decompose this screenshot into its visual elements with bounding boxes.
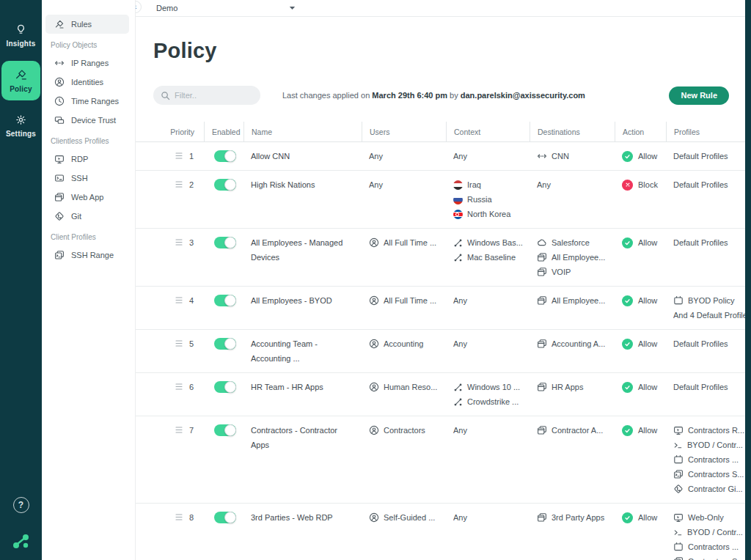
- cell-item-label: Human Reso...: [384, 383, 437, 391]
- table-row[interactable]: 4 All Employees - BYOD All Full Time ...…: [136, 287, 745, 330]
- enabled-toggle[interactable]: [214, 338, 236, 350]
- rule-name: All Employees - Managed Devices: [243, 229, 362, 286]
- sidebar-item-policy[interactable]: Policy: [1, 61, 40, 100]
- enabled-toggle[interactable]: [214, 512, 236, 523]
- nav-item-time-ranges[interactable]: Time Ranges: [45, 92, 129, 111]
- rule-name: Allow CNN: [243, 142, 362, 170]
- action-badge: Allow: [622, 293, 662, 308]
- cell-item-label: Any: [537, 180, 551, 189]
- cell-item-label: North Korea: [467, 210, 510, 218]
- filter-box: [153, 86, 260, 105]
- nav-item-label: RDP: [71, 155, 88, 163]
- cell-item-label: All Employee...: [552, 253, 605, 262]
- rule-name: Accounting Team - Accounting ...: [243, 330, 362, 372]
- ssh-icon: [54, 173, 65, 183]
- enabled-toggle[interactable]: [214, 424, 236, 436]
- table-row[interactable]: 2 High Risk Nations Any IraqRussiaNorth …: [136, 171, 745, 229]
- table-row[interactable]: 8 3rd Parties - Web RDP Self-Guided ... …: [136, 504, 745, 560]
- nav-item-ssh-range[interactable]: SSH Range: [45, 246, 129, 265]
- identities-icon: [369, 295, 379, 306]
- cell-item-label: Windows Bas...: [467, 238, 523, 247]
- drag-handle-icon[interactable]: [175, 237, 183, 246]
- new-rule-button[interactable]: New Rule: [669, 86, 729, 105]
- filter-input[interactable]: [175, 91, 253, 100]
- cell-item: Contractors: [369, 423, 442, 438]
- drag-handle-icon[interactable]: [175, 338, 183, 347]
- priority-number: 2: [189, 179, 194, 191]
- cell-item-label: 3rd Party Apps: [552, 513, 604, 522]
- action-label: Allow: [638, 238, 657, 247]
- cell-item: Any: [369, 149, 442, 163]
- rule-name: Contractors - Contractor Apps: [243, 416, 362, 503]
- enabled-toggle[interactable]: [214, 150, 236, 162]
- identities-icon: [369, 382, 379, 392]
- nav-section-label: Clientless Profiles: [42, 130, 135, 150]
- cell-item: Any: [453, 293, 525, 308]
- cell-item-label: Contractors S...: [688, 470, 744, 479]
- table-row[interactable]: 3 All Employees - Managed Devices All Fu…: [136, 229, 745, 287]
- chevron-down-icon[interactable]: [289, 6, 296, 10]
- ssh-range-icon: [673, 556, 684, 560]
- sidebar-item-settings[interactable]: Settings: [1, 106, 40, 145]
- drag-handle-icon[interactable]: [175, 179, 183, 188]
- enabled-toggle[interactable]: [214, 179, 236, 191]
- cell-item-label: Any: [369, 152, 383, 161]
- cell-item-label: Accounting: [384, 339, 423, 348]
- environment-name[interactable]: Demo: [156, 4, 177, 12]
- rule-name: HR Team - HR Apps: [243, 373, 362, 416]
- action-badge: Allow: [622, 423, 662, 438]
- cell-item-label: Contractors ...: [688, 542, 739, 551]
- policy-profile-icon: [673, 454, 684, 465]
- table-row[interactable]: 6 HR Team - HR Apps Human Reso... Window…: [136, 373, 745, 416]
- action-badge: Allow: [622, 235, 662, 250]
- cloud-icon: [537, 237, 547, 248]
- nav-item-device-trust[interactable]: Device Trust: [45, 111, 129, 130]
- enabled-toggle[interactable]: [214, 295, 236, 306]
- git-icon: [54, 211, 65, 221]
- action-label: Block: [638, 180, 658, 189]
- cell-item-label: All Employee...: [552, 296, 605, 305]
- help-icon[interactable]: ?: [13, 497, 29, 513]
- ip-ranges-icon: [537, 151, 547, 161]
- web-app-icon: [54, 192, 65, 202]
- cell-item: Russia: [453, 192, 525, 207]
- table-row[interactable]: 1 Allow CNN Any Any CNN Allow Default Pr…: [136, 142, 745, 171]
- nav-item-git[interactable]: Git: [45, 207, 129, 226]
- sidebar-item-insights[interactable]: Insights: [1, 16, 40, 55]
- drag-handle-icon[interactable]: [175, 381, 183, 390]
- nav-item-ip-ranges[interactable]: IP Ranges: [45, 54, 129, 73]
- column-header-context: Context: [446, 122, 530, 141]
- nav-item-rules[interactable]: Rules: [45, 15, 129, 34]
- cell-item: Accounting: [369, 336, 442, 351]
- nav-item-rdp[interactable]: RDP: [45, 150, 129, 169]
- cell-item-label: CNN: [552, 152, 569, 161]
- terminal-icon: [673, 528, 683, 537]
- cell-item-label: Default Profiles: [673, 152, 728, 161]
- rules-icon: [54, 19, 65, 29]
- ssh-range-icon: [54, 250, 65, 260]
- policy-profile-icon: [673, 295, 684, 306]
- nav-item-identities[interactable]: Identities: [45, 73, 129, 92]
- drag-handle-icon[interactable]: [175, 424, 183, 433]
- drag-handle-icon[interactable]: [175, 295, 183, 303]
- cell-item: BYOD Policy: [673, 293, 745, 308]
- allow-check-icon: [622, 425, 633, 436]
- cell-item: Human Reso...: [369, 380, 442, 394]
- cell-item: Web-Only: [673, 510, 744, 525]
- drag-handle-icon[interactable]: [175, 150, 183, 159]
- nav-item-web-app[interactable]: Web App: [45, 188, 129, 207]
- cell-item: VOIP: [537, 265, 610, 279]
- action-label: Allow: [638, 383, 657, 391]
- drag-handle-icon[interactable]: [175, 512, 183, 520]
- cell-item-label: Self-Guided ...: [384, 513, 435, 522]
- table-row[interactable]: 7 Contractors - Contractor Apps Contract…: [136, 416, 745, 504]
- table-row[interactable]: 5 Accounting Team - Accounting ... Accou…: [136, 330, 745, 373]
- enabled-toggle[interactable]: [214, 237, 236, 248]
- posture-icon: [453, 238, 463, 248]
- policy-profile-icon: [673, 542, 684, 552]
- nav-item-label: Identities: [71, 78, 103, 86]
- enabled-toggle[interactable]: [214, 381, 236, 393]
- cell-item: Default Profiles: [673, 177, 741, 192]
- nav-item-ssh[interactable]: SSH: [45, 169, 129, 188]
- web-app-icon: [537, 382, 547, 392]
